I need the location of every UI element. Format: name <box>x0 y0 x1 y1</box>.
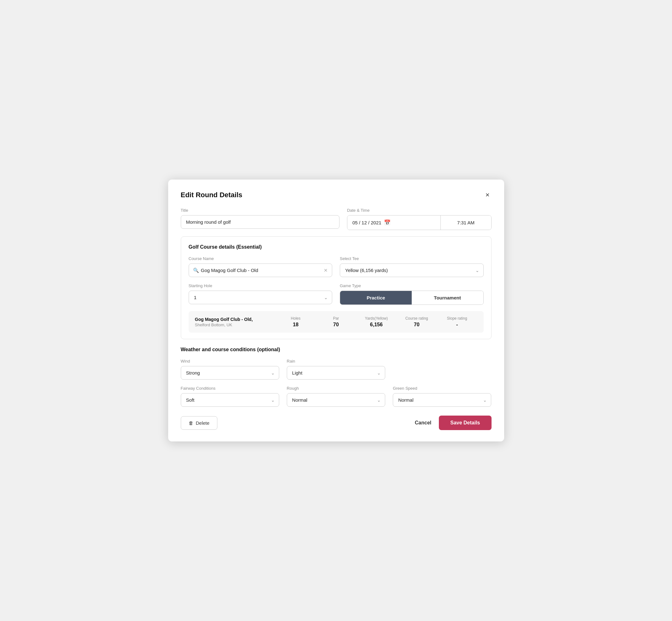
delete-label: Delete <box>196 420 209 426</box>
fairway-group: Fairway Conditions SoftNormalHard ⌄ <box>181 386 279 407</box>
yards-stat: Yards(Yellow) 6,156 <box>356 316 396 328</box>
course-name-label: Course Name <box>189 256 333 261</box>
par-value: 70 <box>316 322 356 328</box>
title-field-group: Title <box>181 208 339 230</box>
weather-section-title: Weather and course conditions (optional) <box>181 347 492 353</box>
select-tee-wrapper: Yellow (6,156 yards) White Red Blue ⌄ <box>340 263 484 277</box>
rain-label: Rain <box>287 359 385 364</box>
game-type-toggle: Practice Tournament <box>340 291 484 305</box>
course-name-display: Gog Magog Golf Club - Old, <box>195 317 276 322</box>
date-part[interactable]: 05 / 12 / 2021 📅 <box>347 215 441 230</box>
rain-wrapper: NoneLightModerateHeavy ⌄ <box>287 366 385 380</box>
save-details-button[interactable]: Save Details <box>439 416 491 430</box>
clear-icon[interactable]: ✕ <box>324 267 328 273</box>
slope-rating-stat: Slope rating - <box>437 316 477 328</box>
practice-button[interactable]: Practice <box>340 291 412 304</box>
select-tee-label: Select Tee <box>340 256 484 261</box>
starting-hole-label: Starting Hole <box>189 283 333 288</box>
fairway-dropdown[interactable]: SoftNormalHard <box>181 393 279 407</box>
golf-course-section: Golf Course details (Essential) Course N… <box>181 236 492 339</box>
par-label: Par <box>316 316 356 321</box>
tournament-button[interactable]: Tournament <box>412 291 483 304</box>
slope-rating-label: Slope rating <box>437 316 477 321</box>
rough-group: Rough SoftNormalHard ⌄ <box>287 386 385 407</box>
select-tee-group: Select Tee Yellow (6,156 yards) White Re… <box>340 256 484 277</box>
holes-label: Holes <box>276 316 316 321</box>
starting-hole-game-type-row: Starting Hole 1234 5678 910 ⌄ Game Type … <box>189 283 484 305</box>
course-name-group: Course Name 🔍 ✕ <box>189 256 333 277</box>
date-time-group: 05 / 12 / 2021 📅 7:31 AM <box>347 215 492 230</box>
title-label: Title <box>181 208 339 213</box>
yards-value: 6,156 <box>356 322 396 328</box>
starting-hole-dropdown[interactable]: 1234 5678 910 <box>189 291 333 304</box>
slope-rating-value: - <box>437 322 477 328</box>
time-part[interactable]: 7:31 AM <box>441 215 491 230</box>
footer-row: 🗑 Delete Cancel Save Details <box>181 416 492 430</box>
rough-label: Rough <box>287 386 385 391</box>
datetime-label: Date & Time <box>347 208 492 213</box>
game-type-label: Game Type <box>340 283 484 288</box>
wind-rain-row: Wind NoneLightModerateStrong ⌄ Rain None… <box>181 359 492 380</box>
rain-group: Rain NoneLightModerateHeavy ⌄ <box>287 359 385 380</box>
course-rating-value: 70 <box>396 322 437 328</box>
holes-value: 18 <box>276 322 316 328</box>
edit-round-modal: Edit Round Details × Title Date & Time 0… <box>168 179 504 442</box>
spacer <box>393 359 491 380</box>
wind-group: Wind NoneLightModerateStrong ⌄ <box>181 359 279 380</box>
select-tee-dropdown[interactable]: Yellow (6,156 yards) White Red Blue <box>340 263 484 277</box>
datetime-field-group: Date & Time 05 / 12 / 2021 📅 7:31 AM <box>347 208 492 230</box>
golf-section-title: Golf Course details (Essential) <box>189 244 484 250</box>
fairway-label: Fairway Conditions <box>181 386 279 391</box>
time-value: 7:31 AM <box>457 220 474 225</box>
cancel-button[interactable]: Cancel <box>415 420 431 426</box>
par-stat: Par 70 <box>316 316 356 328</box>
course-rating-label: Course rating <box>396 316 437 321</box>
rough-dropdown[interactable]: SoftNormalHard <box>287 393 385 407</box>
game-type-group: Game Type Practice Tournament <box>340 283 484 305</box>
modal-title: Edit Round Details <box>181 191 243 199</box>
wind-wrapper: NoneLightModerateStrong ⌄ <box>181 366 279 380</box>
title-input[interactable] <box>181 215 339 229</box>
rain-dropdown[interactable]: NoneLightModerateHeavy <box>287 366 385 380</box>
close-button[interactable]: × <box>484 191 492 199</box>
calendar-icon: 📅 <box>384 219 390 226</box>
rough-wrapper: SoftNormalHard ⌄ <box>287 393 385 407</box>
green-speed-group: Green Speed SlowNormalFast ⌄ <box>393 386 491 407</box>
course-rating-stat: Course rating 70 <box>396 316 437 328</box>
fairway-rough-green-row: Fairway Conditions SoftNormalHard ⌄ Roug… <box>181 386 492 407</box>
footer-right: Cancel Save Details <box>415 416 492 430</box>
delete-button[interactable]: 🗑 Delete <box>181 416 217 430</box>
weather-section: Weather and course conditions (optional)… <box>181 347 492 407</box>
holes-stat: Holes 18 <box>276 316 316 328</box>
starting-hole-group: Starting Hole 1234 5678 910 ⌄ <box>189 283 333 305</box>
course-tee-row: Course Name 🔍 ✕ Select Tee Yellow (6,156… <box>189 256 484 277</box>
wind-label: Wind <box>181 359 279 364</box>
course-location: Shelford Bottom, UK <box>195 323 276 327</box>
course-name-search-wrapper: 🔍 ✕ <box>189 263 333 277</box>
yards-label: Yards(Yellow) <box>356 316 396 321</box>
green-speed-label: Green Speed <box>393 386 491 391</box>
fairway-wrapper: SoftNormalHard ⌄ <box>181 393 279 407</box>
wind-dropdown[interactable]: NoneLightModerateStrong <box>181 366 279 380</box>
course-info-box: Gog Magog Golf Club - Old, Shelford Bott… <box>189 311 484 333</box>
date-value: 05 / 12 / 2021 <box>352 220 381 225</box>
title-datetime-row: Title Date & Time 05 / 12 / 2021 📅 7:31 … <box>181 208 492 230</box>
modal-header: Edit Round Details × <box>181 191 492 199</box>
green-speed-dropdown[interactable]: SlowNormalFast <box>393 393 491 407</box>
search-icon: 🔍 <box>193 267 199 273</box>
starting-hole-wrapper: 1234 5678 910 ⌄ <box>189 291 333 304</box>
course-name-input[interactable] <box>189 263 333 277</box>
green-speed-wrapper: SlowNormalFast ⌄ <box>393 393 491 407</box>
course-info-name: Gog Magog Golf Club - Old, Shelford Bott… <box>195 317 276 327</box>
trash-icon: 🗑 <box>189 420 194 426</box>
